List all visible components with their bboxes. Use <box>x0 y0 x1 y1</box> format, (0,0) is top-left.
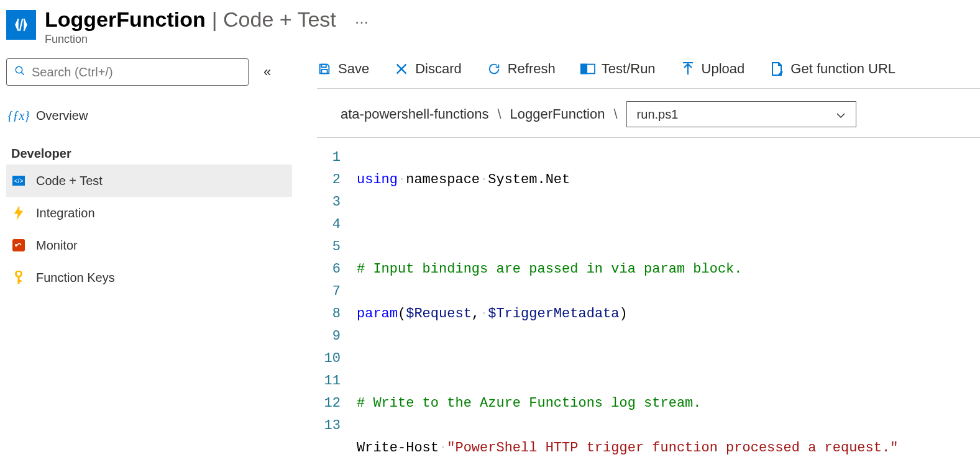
discard-button[interactable]: Discard <box>394 61 462 77</box>
url-icon <box>769 61 784 76</box>
get-function-url-button[interactable]: Get function URL <box>769 61 895 77</box>
svg-point-6 <box>16 271 22 277</box>
sidebar-item-label: Integration <box>36 206 95 220</box>
monitor-icon <box>11 238 26 253</box>
sidebar-item-monitor[interactable]: Monitor <box>6 229 292 261</box>
toolbar: Save Discard Refresh Test/Run Upload Get… <box>317 58 980 89</box>
file-select[interactable]: run.ps1 <box>626 101 856 127</box>
page-subtitle: | Code + Test <box>212 7 336 32</box>
code-content[interactable]: using·namespace·System.Net # Input bindi… <box>357 147 898 470</box>
upload-button[interactable]: Upload <box>680 61 745 77</box>
save-button[interactable]: Save <box>317 61 369 77</box>
sidebar-item-code-test[interactable]: </> Code + Test <box>6 165 292 197</box>
code-icon: </> <box>11 173 26 188</box>
sidebar-item-label: Monitor <box>36 238 78 253</box>
test-run-icon <box>580 63 595 75</box>
refresh-button[interactable]: Refresh <box>487 61 556 77</box>
svg-rect-4 <box>12 239 25 251</box>
page-title: LoggerFunction <box>45 7 206 32</box>
search-box[interactable] <box>6 58 249 86</box>
chevron-down-icon <box>836 107 846 122</box>
page-header: LoggerFunction | Code + Test ⋯ Function <box>0 0 980 46</box>
function-icon <box>6 10 36 40</box>
test-run-button[interactable]: Test/Run <box>580 61 656 77</box>
sidebar-item-function-keys[interactable]: Function Keys <box>6 261 292 294</box>
svg-text:</>: </> <box>14 178 24 184</box>
breadcrumb-function[interactable]: LoggerFunction <box>510 106 605 122</box>
main-panel: Save Discard Refresh Test/Run Upload Get… <box>292 46 980 470</box>
svg-line-1 <box>21 72 24 75</box>
sidebar-item-integration[interactable]: Integration <box>6 197 292 229</box>
svg-point-0 <box>16 66 22 73</box>
breadcrumb-sep: \ <box>497 106 501 122</box>
line-gutter: 12345678910111213 <box>322 147 357 470</box>
breadcrumb-sep: \ <box>613 106 617 122</box>
svg-rect-8 <box>18 280 22 282</box>
sidebar-item-label: Overview <box>36 109 88 123</box>
upload-icon <box>680 62 695 76</box>
breadcrumb: ata-powershell-functions \ LoggerFunctio… <box>317 89 980 138</box>
key-icon <box>11 270 26 285</box>
collapse-sidebar-button[interactable]: « <box>263 64 271 80</box>
breadcrumb-app[interactable]: ata-powershell-functions <box>341 106 488 122</box>
svg-point-5 <box>15 244 17 246</box>
code-editor[interactable]: 12345678910111213 using·namespace·System… <box>317 138 980 470</box>
more-button[interactable]: ⋯ <box>342 14 381 30</box>
close-icon <box>394 62 409 76</box>
save-icon <box>317 62 332 76</box>
svg-rect-14 <box>581 65 587 74</box>
svg-rect-10 <box>321 70 327 73</box>
file-select-value: run.ps1 <box>637 107 679 122</box>
lightning-icon <box>11 206 26 220</box>
sidebar-section-developer: Developer <box>6 132 292 165</box>
sidebar-item-label: Function Keys <box>36 271 115 285</box>
fx-icon: {ƒx} <box>11 108 26 123</box>
sidebar: « {ƒx} Overview Developer </> Code + Tes… <box>0 46 292 470</box>
search-input[interactable] <box>32 65 240 79</box>
resource-type: Function <box>45 33 381 46</box>
sidebar-item-label: Code + Test <box>36 174 103 188</box>
sidebar-item-overview[interactable]: {ƒx} Overview <box>6 99 292 132</box>
refresh-icon <box>487 62 501 76</box>
search-icon <box>14 65 25 79</box>
svg-rect-9 <box>321 65 326 68</box>
